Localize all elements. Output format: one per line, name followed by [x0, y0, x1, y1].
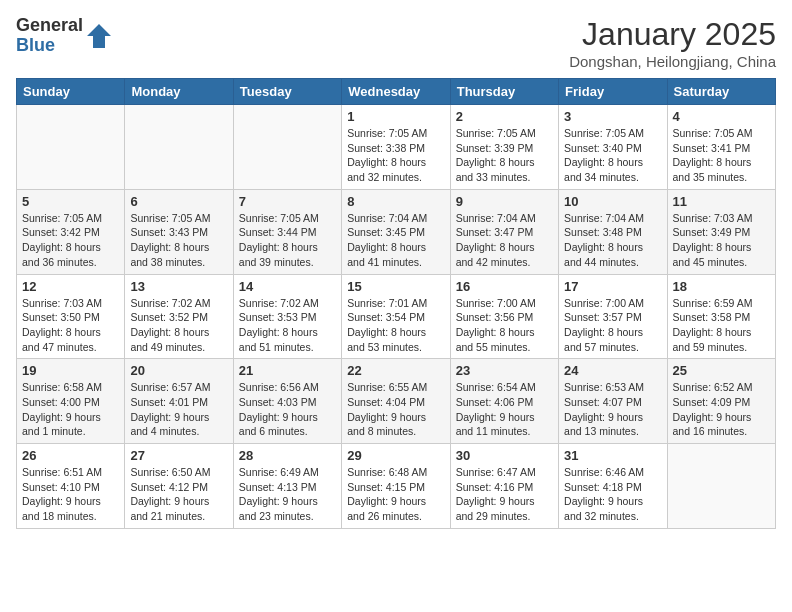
day-cell	[125, 105, 233, 190]
weekday-header-sunday: Sunday	[17, 79, 125, 105]
day-number: 28	[239, 448, 336, 463]
day-info: Sunrise: 7:05 AM Sunset: 3:41 PM Dayligh…	[673, 126, 770, 185]
day-info: Sunrise: 7:04 AM Sunset: 3:48 PM Dayligh…	[564, 211, 661, 270]
week-row-3: 12Sunrise: 7:03 AM Sunset: 3:50 PM Dayli…	[17, 274, 776, 359]
day-number: 16	[456, 279, 553, 294]
day-info: Sunrise: 6:47 AM Sunset: 4:16 PM Dayligh…	[456, 465, 553, 524]
day-number: 1	[347, 109, 444, 124]
day-number: 10	[564, 194, 661, 209]
day-info: Sunrise: 7:04 AM Sunset: 3:45 PM Dayligh…	[347, 211, 444, 270]
day-info: Sunrise: 6:51 AM Sunset: 4:10 PM Dayligh…	[22, 465, 119, 524]
day-info: Sunrise: 6:59 AM Sunset: 3:58 PM Dayligh…	[673, 296, 770, 355]
day-cell: 22Sunrise: 6:55 AM Sunset: 4:04 PM Dayli…	[342, 359, 450, 444]
day-number: 27	[130, 448, 227, 463]
day-cell	[233, 105, 341, 190]
location-subtitle: Dongshan, Heilongjiang, China	[569, 53, 776, 70]
month-title: January 2025	[569, 16, 776, 53]
day-number: 14	[239, 279, 336, 294]
day-number: 19	[22, 363, 119, 378]
day-info: Sunrise: 6:55 AM Sunset: 4:04 PM Dayligh…	[347, 380, 444, 439]
day-number: 18	[673, 279, 770, 294]
day-number: 30	[456, 448, 553, 463]
day-info: Sunrise: 7:05 AM Sunset: 3:42 PM Dayligh…	[22, 211, 119, 270]
day-number: 7	[239, 194, 336, 209]
day-info: Sunrise: 6:57 AM Sunset: 4:01 PM Dayligh…	[130, 380, 227, 439]
day-cell: 9Sunrise: 7:04 AM Sunset: 3:47 PM Daylig…	[450, 189, 558, 274]
day-cell: 1Sunrise: 7:05 AM Sunset: 3:38 PM Daylig…	[342, 105, 450, 190]
day-cell	[17, 105, 125, 190]
day-number: 23	[456, 363, 553, 378]
calendar-table: SundayMondayTuesdayWednesdayThursdayFrid…	[16, 78, 776, 529]
week-row-2: 5Sunrise: 7:05 AM Sunset: 3:42 PM Daylig…	[17, 189, 776, 274]
day-cell: 30Sunrise: 6:47 AM Sunset: 4:16 PM Dayli…	[450, 444, 558, 529]
day-cell: 31Sunrise: 6:46 AM Sunset: 4:18 PM Dayli…	[559, 444, 667, 529]
day-info: Sunrise: 7:03 AM Sunset: 3:50 PM Dayligh…	[22, 296, 119, 355]
day-info: Sunrise: 6:52 AM Sunset: 4:09 PM Dayligh…	[673, 380, 770, 439]
day-number: 17	[564, 279, 661, 294]
day-number: 15	[347, 279, 444, 294]
logo: General Blue	[16, 16, 113, 56]
day-number: 22	[347, 363, 444, 378]
day-info: Sunrise: 6:48 AM Sunset: 4:15 PM Dayligh…	[347, 465, 444, 524]
day-cell: 29Sunrise: 6:48 AM Sunset: 4:15 PM Dayli…	[342, 444, 450, 529]
day-number: 20	[130, 363, 227, 378]
weekday-header-friday: Friday	[559, 79, 667, 105]
title-area: January 2025 Dongshan, Heilongjiang, Chi…	[569, 16, 776, 70]
day-cell: 23Sunrise: 6:54 AM Sunset: 4:06 PM Dayli…	[450, 359, 558, 444]
day-number: 25	[673, 363, 770, 378]
day-number: 29	[347, 448, 444, 463]
day-cell: 20Sunrise: 6:57 AM Sunset: 4:01 PM Dayli…	[125, 359, 233, 444]
day-cell: 4Sunrise: 7:05 AM Sunset: 3:41 PM Daylig…	[667, 105, 775, 190]
day-info: Sunrise: 7:00 AM Sunset: 3:57 PM Dayligh…	[564, 296, 661, 355]
day-number: 11	[673, 194, 770, 209]
day-info: Sunrise: 6:54 AM Sunset: 4:06 PM Dayligh…	[456, 380, 553, 439]
day-cell: 10Sunrise: 7:04 AM Sunset: 3:48 PM Dayli…	[559, 189, 667, 274]
day-cell: 18Sunrise: 6:59 AM Sunset: 3:58 PM Dayli…	[667, 274, 775, 359]
day-info: Sunrise: 6:50 AM Sunset: 4:12 PM Dayligh…	[130, 465, 227, 524]
day-info: Sunrise: 6:46 AM Sunset: 4:18 PM Dayligh…	[564, 465, 661, 524]
day-info: Sunrise: 7:01 AM Sunset: 3:54 PM Dayligh…	[347, 296, 444, 355]
day-cell: 2Sunrise: 7:05 AM Sunset: 3:39 PM Daylig…	[450, 105, 558, 190]
weekday-header-thursday: Thursday	[450, 79, 558, 105]
day-info: Sunrise: 6:49 AM Sunset: 4:13 PM Dayligh…	[239, 465, 336, 524]
day-number: 6	[130, 194, 227, 209]
day-info: Sunrise: 7:00 AM Sunset: 3:56 PM Dayligh…	[456, 296, 553, 355]
day-cell	[667, 444, 775, 529]
day-info: Sunrise: 7:05 AM Sunset: 3:44 PM Dayligh…	[239, 211, 336, 270]
day-number: 21	[239, 363, 336, 378]
day-number: 24	[564, 363, 661, 378]
day-cell: 3Sunrise: 7:05 AM Sunset: 3:40 PM Daylig…	[559, 105, 667, 190]
day-cell: 5Sunrise: 7:05 AM Sunset: 3:42 PM Daylig…	[17, 189, 125, 274]
week-row-5: 26Sunrise: 6:51 AM Sunset: 4:10 PM Dayli…	[17, 444, 776, 529]
day-cell: 12Sunrise: 7:03 AM Sunset: 3:50 PM Dayli…	[17, 274, 125, 359]
day-cell: 26Sunrise: 6:51 AM Sunset: 4:10 PM Dayli…	[17, 444, 125, 529]
day-number: 5	[22, 194, 119, 209]
weekday-header-saturday: Saturday	[667, 79, 775, 105]
day-number: 9	[456, 194, 553, 209]
day-cell: 11Sunrise: 7:03 AM Sunset: 3:49 PM Dayli…	[667, 189, 775, 274]
day-cell: 6Sunrise: 7:05 AM Sunset: 3:43 PM Daylig…	[125, 189, 233, 274]
week-row-1: 1Sunrise: 7:05 AM Sunset: 3:38 PM Daylig…	[17, 105, 776, 190]
day-number: 13	[130, 279, 227, 294]
day-cell: 25Sunrise: 6:52 AM Sunset: 4:09 PM Dayli…	[667, 359, 775, 444]
day-cell: 28Sunrise: 6:49 AM Sunset: 4:13 PM Dayli…	[233, 444, 341, 529]
day-cell: 19Sunrise: 6:58 AM Sunset: 4:00 PM Dayli…	[17, 359, 125, 444]
day-cell: 17Sunrise: 7:00 AM Sunset: 3:57 PM Dayli…	[559, 274, 667, 359]
day-cell: 16Sunrise: 7:00 AM Sunset: 3:56 PM Dayli…	[450, 274, 558, 359]
logo-icon	[85, 22, 113, 50]
day-info: Sunrise: 6:53 AM Sunset: 4:07 PM Dayligh…	[564, 380, 661, 439]
day-info: Sunrise: 7:02 AM Sunset: 3:52 PM Dayligh…	[130, 296, 227, 355]
logo-general: General	[16, 16, 83, 36]
day-info: Sunrise: 7:03 AM Sunset: 3:49 PM Dayligh…	[673, 211, 770, 270]
weekday-header-monday: Monday	[125, 79, 233, 105]
day-number: 26	[22, 448, 119, 463]
day-info: Sunrise: 7:05 AM Sunset: 3:39 PM Dayligh…	[456, 126, 553, 185]
day-number: 3	[564, 109, 661, 124]
page-header: General Blue January 2025 Dongshan, Heil…	[16, 16, 776, 70]
weekday-header-row: SundayMondayTuesdayWednesdayThursdayFrid…	[17, 79, 776, 105]
day-info: Sunrise: 7:05 AM Sunset: 3:38 PM Dayligh…	[347, 126, 444, 185]
week-row-4: 19Sunrise: 6:58 AM Sunset: 4:00 PM Dayli…	[17, 359, 776, 444]
day-cell: 8Sunrise: 7:04 AM Sunset: 3:45 PM Daylig…	[342, 189, 450, 274]
day-cell: 24Sunrise: 6:53 AM Sunset: 4:07 PM Dayli…	[559, 359, 667, 444]
day-cell: 14Sunrise: 7:02 AM Sunset: 3:53 PM Dayli…	[233, 274, 341, 359]
